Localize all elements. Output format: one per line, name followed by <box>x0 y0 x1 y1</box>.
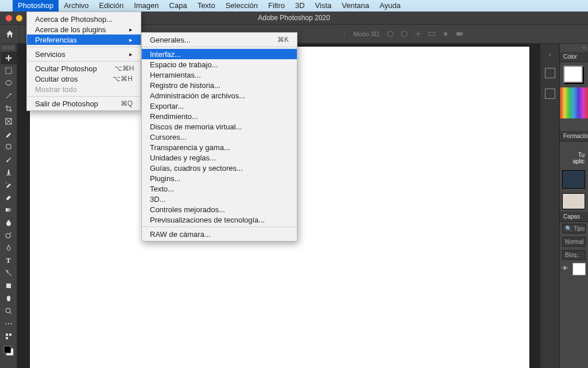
menu-hide-others[interactable]: Ocultar otros⌥⌘H <box>27 74 141 84</box>
eyedropper-tool[interactable] <box>1 128 17 140</box>
svg-rect-17 <box>4 346 11 353</box>
learn-thumb-1[interactable] <box>562 170 585 189</box>
tools-panel: T ⋯ <box>0 44 17 368</box>
menubar-photoshop[interactable]: Photoshop <box>13 0 59 12</box>
stamp-tool[interactable] <box>1 166 17 178</box>
learn-text-1: Tu <box>563 152 585 158</box>
zoom-tool[interactable] <box>1 305 17 317</box>
formacion-panel-tab[interactable]: Formación <box>560 131 588 141</box>
prefs-item-transparencia-y-gama[interactable]: Transparencia y gama... <box>142 142 297 152</box>
prefs-item-registro-de-historia[interactable]: Registro de historia... <box>142 80 297 90</box>
home-button[interactable] <box>0 25 20 43</box>
prefs-item-rendimiento[interactable]: Rendimiento... <box>142 111 297 121</box>
capas-panel-tab[interactable]: Capas <box>560 212 588 222</box>
path-tool[interactable] <box>1 267 17 279</box>
layer-kind-filter[interactable]: 🔍Tipo <box>562 224 586 233</box>
collapsed-dock: « <box>540 44 559 368</box>
wand-tool[interactable] <box>1 90 17 102</box>
menubar-archivo[interactable]: Archivo <box>59 0 94 12</box>
history-brush-tool[interactable] <box>1 178 17 191</box>
prefs-item-previsualizaciones-de-tecnolog-a[interactable]: Previsualizaciones de tecnología... <box>142 214 297 225</box>
svg-rect-14 <box>9 334 11 336</box>
menu-separator <box>27 96 141 97</box>
svg-point-12 <box>6 308 10 313</box>
menubar-vista[interactable]: Vista <box>310 0 337 12</box>
photoshop-app-menu: Acerca de Photoshop... Acerca de los plu… <box>26 12 141 111</box>
more-tools-icon[interactable]: ⋯ <box>1 317 17 330</box>
svg-point-3 <box>444 32 447 36</box>
prefs-item-gu-as-cuadros-y-sectores[interactable]: Guías, cuadros y sectores... <box>142 163 297 173</box>
pen-tool[interactable] <box>1 241 17 254</box>
menu-about-photoshop[interactable]: Acerca de Photoshop... <box>27 14 141 24</box>
hand-tool[interactable] <box>1 292 17 305</box>
dodge-tool[interactable] <box>1 229 17 241</box>
lock-row[interactable]: Bloq.: <box>562 250 586 260</box>
3d-camera-icon[interactable] <box>455 30 463 38</box>
gradient-tool[interactable] <box>1 204 17 216</box>
prefs-camera-raw[interactable]: RAW de cámara... <box>142 229 297 239</box>
menubar-ventana[interactable]: Ventana <box>336 0 374 12</box>
visibility-icon[interactable]: 👁 <box>562 265 569 273</box>
prefs-general[interactable]: Generales...⌘K <box>142 34 297 45</box>
menu-preferences[interactable]: Preferencias <box>27 34 141 45</box>
menu-services[interactable]: Servicios <box>27 49 141 59</box>
move-tool[interactable] <box>1 52 17 64</box>
menubar-imagen[interactable]: Imagen <box>129 0 164 12</box>
menubar-filtro[interactable]: Filtro <box>263 0 290 12</box>
blend-mode-select[interactable]: Normal <box>562 237 586 247</box>
prefs-item-texto[interactable]: Texto... <box>142 183 297 194</box>
vdots-icon[interactable]: ⋮ <box>341 30 347 38</box>
prefs-item-plugins[interactable]: Plugins... <box>142 173 297 183</box>
learn-thumb-2[interactable] <box>562 193 585 209</box>
eraser-tool[interactable] <box>1 191 17 204</box>
menubar-texto[interactable]: Texto <box>192 0 220 12</box>
prefs-item-espacio-de-trabajo[interactable]: Espacio de trabajo... <box>142 59 297 70</box>
prefs-item-3d[interactable]: 3D... <box>142 194 297 204</box>
3d-roll-icon[interactable] <box>414 30 422 38</box>
menu-quit[interactable]: Salir de Photoshop⌘Q <box>27 98 141 109</box>
marquee-tool[interactable] <box>1 64 17 77</box>
mac-menubar: Photoshop Archivo Edición Imagen Capa Te… <box>0 0 588 12</box>
shape-tool[interactable] <box>1 279 17 292</box>
3d-slide-icon[interactable] <box>428 30 436 38</box>
menu-show-all: Mostrar todo <box>27 84 141 94</box>
prefs-item-cursores[interactable]: Cursores... <box>142 132 297 142</box>
menubar-edicion[interactable]: Edición <box>94 0 129 12</box>
color-panel-tab[interactable]: Color <box>560 52 588 62</box>
prefs-item-discos-de-memoria-virtual[interactable]: Discos de memoria virtual... <box>142 121 297 132</box>
3d-light-icon[interactable] <box>442 30 450 38</box>
prefs-item-controles-mejorados[interactable]: Controles mejorados... <box>142 204 297 214</box>
properties-panel-icon[interactable] <box>545 89 555 99</box>
modo-3d-group: ⋮ Modo 3D: <box>341 30 463 38</box>
color-swatch[interactable] <box>563 66 583 83</box>
layer-thumbnail[interactable] <box>572 263 586 275</box>
menu-separator <box>142 47 297 47</box>
prefs-item-herramientas[interactable]: Herramientas... <box>142 70 297 80</box>
prefs-item-interfaz[interactable]: Interfaz... <box>142 49 297 59</box>
menubar-ayuda[interactable]: Ayuda <box>374 0 406 12</box>
edit-toolbar-icon[interactable] <box>1 330 17 343</box>
3d-pan-icon[interactable] <box>400 30 408 38</box>
hue-strip[interactable] <box>560 87 588 118</box>
crop-tool[interactable] <box>1 102 17 115</box>
3d-orbit-icon[interactable] <box>386 30 394 38</box>
prefs-item-exportar[interactable]: Exportar... <box>142 101 297 111</box>
fg-bg-swatch[interactable] <box>1 343 17 359</box>
tools-grip-icon[interactable] <box>3 46 14 49</box>
patch-tool[interactable] <box>1 140 17 153</box>
lasso-tool[interactable] <box>1 77 17 90</box>
type-tool[interactable]: T <box>1 254 17 267</box>
menubar-seleccion[interactable]: Selección <box>220 0 263 12</box>
layer-row[interactable]: 👁 <box>560 262 588 277</box>
blur-tool[interactable] <box>1 216 17 229</box>
prefs-item-unidades-y-reglas[interactable]: Unidades y reglas... <box>142 152 297 163</box>
brush-tool[interactable] <box>1 153 17 166</box>
prefs-item-administraci-n-de-archivos[interactable]: Administración de archivos... <box>142 90 297 101</box>
history-panel-icon[interactable] <box>545 68 555 78</box>
menubar-capa[interactable]: Capa <box>164 0 192 12</box>
menu-hide-photoshop[interactable]: Ocultar Photoshop⌥⌘H <box>27 63 141 74</box>
modo-3d-label: Modo 3D: <box>353 30 381 37</box>
menu-about-plugins[interactable]: Acerca de los plugins <box>27 24 141 34</box>
frame-tool[interactable] <box>1 115 17 128</box>
menubar-3d[interactable]: 3D <box>290 0 310 12</box>
